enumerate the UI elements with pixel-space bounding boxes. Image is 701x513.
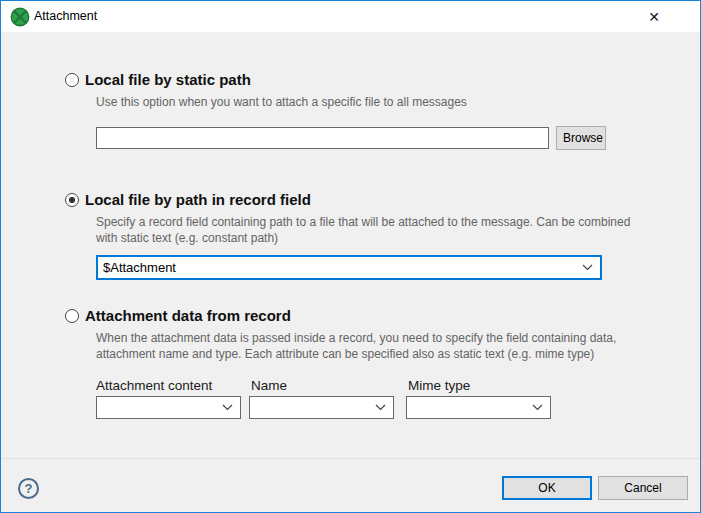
titlebar[interactable]: Attachment ✕ [1, 1, 700, 32]
name-label: Name [251, 378, 287, 393]
record-field-combobox[interactable]: $Attachment [96, 255, 602, 280]
chevron-down-icon[interactable] [222, 404, 240, 411]
chevron-down-icon[interactable] [532, 404, 550, 411]
static-path-input[interactable] [96, 127, 549, 149]
app-logo-icon [10, 7, 30, 27]
radio-local-file-static-path[interactable] [65, 73, 79, 87]
record-field-combobox-value: $Attachment [103, 260, 176, 275]
close-icon[interactable]: ✕ [637, 5, 671, 29]
name-combobox[interactable] [249, 396, 394, 419]
chevron-down-icon[interactable] [375, 404, 393, 411]
option-label-data-from-record: Attachment data from record [85, 307, 291, 324]
ok-button[interactable]: OK [502, 476, 592, 500]
option-description-static-path: Use this option when you want to attach … [96, 94, 467, 110]
mime-type-combobox[interactable] [406, 396, 551, 419]
help-icon[interactable]: ? [18, 478, 39, 499]
cancel-button[interactable]: Cancel [598, 476, 688, 500]
radio-local-file-record-field[interactable] [65, 193, 79, 207]
footer-divider [1, 458, 700, 459]
option-label-record-field: Local file by path in record field [85, 191, 311, 208]
option-label-static-path: Local file by static path [85, 71, 251, 88]
option-description-data-from-record: When the attachment data is passed insid… [96, 330, 616, 362]
mime-type-label: Mime type [408, 378, 470, 393]
window-title: Attachment [34, 1, 97, 32]
radio-attachment-data-from-record[interactable] [65, 309, 79, 323]
chevron-down-icon[interactable] [582, 264, 600, 271]
attachment-content-label: Attachment content [96, 378, 212, 393]
attachment-dialog: Attachment ✕ Local file by static path U… [0, 0, 701, 513]
browse-button[interactable]: Browse [556, 126, 606, 150]
attachment-content-combobox[interactable] [96, 396, 241, 419]
option-description-record-field: Specify a record field containing path t… [96, 214, 630, 246]
